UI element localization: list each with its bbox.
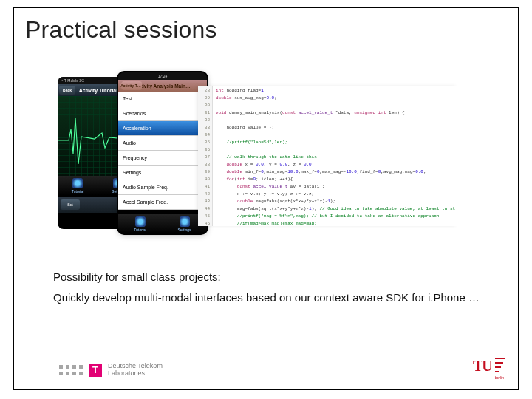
body-line-2: Quickly develop multi-modal interfaces b… [53, 291, 488, 305]
list-item[interactable]: Test› [118, 92, 207, 106]
tab-tutorial[interactable]: Tutorial [134, 216, 146, 232]
nav-title: Activity Analysis Main… [135, 83, 191, 89]
body-line-1: Possibility for small class projects: [53, 270, 488, 283]
slide-title: Practical sessions [25, 16, 217, 44]
list-item-label: Scenarios [123, 111, 146, 116]
dt-label: Deutsche Telekom Laboratories [108, 363, 163, 377]
list-item[interactable]: Settings› [118, 166, 207, 180]
tutorial-icon [135, 216, 146, 227]
tab-label: Tutorial [72, 189, 84, 194]
tab-settings[interactable]: Settings [178, 216, 191, 232]
tab-label: Settings [178, 228, 191, 232]
list-item-label: Audio Sample Freq. [123, 185, 168, 190]
dt-line2: Laboratories [108, 370, 163, 377]
tab-bar: Tutorial Settings [118, 214, 207, 233]
tu-city: berlin [495, 375, 504, 380]
tab-tutorial[interactable]: Tutorial [72, 178, 84, 194]
list-item-label: Frequency [123, 155, 147, 160]
list-item[interactable]: Audio› [118, 136, 207, 151]
list-item-label: Audio [123, 140, 136, 146]
nav-title: Activity Tutorial [79, 88, 117, 93]
dt-dots-icon [59, 365, 83, 375]
list-item-label: Acceleration [123, 126, 151, 131]
tu-berlin-logo: TU berlin [473, 358, 505, 380]
line-gutter: 28 29 30 31 32 33 34 35 36 37 38 39 40 4… [198, 86, 213, 226]
code-editor: 28 29 30 31 32 33 34 35 36 37 38 39 40 4… [198, 86, 457, 226]
settings-icon [180, 216, 190, 227]
list-item[interactable]: Scenarios› [118, 106, 207, 121]
list-item-label: Settings [123, 170, 141, 175]
screenshot-collage: •• T-Mobile 3G 17:09 Back Activity Tutor… [58, 72, 434, 239]
tutorial-icon [72, 178, 83, 188]
back-button[interactable]: Back [59, 86, 75, 95]
tu-mark: TU [473, 358, 492, 375]
list-item-label: Accel Sample Freq. [123, 200, 168, 205]
list-item[interactable]: Acceleration› [118, 121, 207, 136]
tu-bars-icon [495, 358, 505, 372]
clock-label: 17:24 [158, 74, 168, 78]
back-button[interactable]: Activity T… [120, 81, 142, 90]
deutsche-telekom-logo: T Deutsche Telekom Laboratories [59, 363, 163, 377]
tab-label: Tutorial [134, 228, 146, 232]
dt-t-icon: T [89, 364, 102, 377]
set-button[interactable]: Set [61, 200, 80, 210]
list-item[interactable]: Accel Sample Freq.› [118, 195, 207, 210]
code-body: int nodding_flag=1; double sum_avg_mag=0… [213, 86, 457, 226]
nav-bar: Activity T… Activity Analysis Main… [118, 80, 207, 92]
carrier-label: •• T-Mobile 3G [61, 78, 84, 83]
status-bar: 17:24 [118, 72, 207, 80]
list-item[interactable]: Frequency› [118, 151, 207, 166]
iphone-activity-analysis: 17:24 Activity T… Activity Analysis Main… [118, 72, 207, 233]
list-item[interactable]: Audio Sample Freq.› [118, 180, 207, 195]
menu-list: Test›Scenarios›Acceleration›Audio›Freque… [118, 92, 207, 210]
list-item-label: Test [123, 96, 132, 101]
